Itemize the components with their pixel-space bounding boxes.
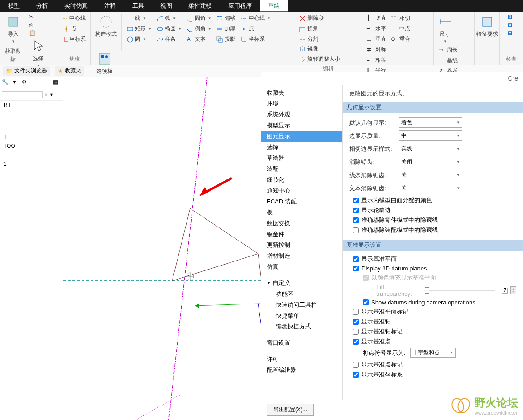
- close-icon[interactable]: ×: [44, 92, 48, 98]
- datum-axis-checkbox[interactable]: [353, 319, 359, 325]
- rotate-button[interactable]: 旋转调整大小: [297, 54, 359, 64]
- point-button[interactable]: 点: [61, 24, 87, 34]
- spline-button[interactable]: 样条: [154, 34, 183, 44]
- line-button[interactable]: 线▼: [125, 14, 154, 23]
- sketch-point-button[interactable]: 点: [238, 24, 273, 34]
- silhouette-checkbox[interactable]: [353, 208, 359, 213]
- transparency-slider[interactable]: [426, 290, 495, 291]
- nav-item[interactable]: 更新控制: [261, 240, 342, 251]
- tab-tools[interactable]: 工具: [124, 0, 152, 12]
- nav-item[interactable]: 选择: [261, 142, 342, 153]
- vertical-button[interactable]: ┃竖直: [365, 14, 388, 23]
- tree-settings-icon[interactable]: ⚙: [22, 79, 30, 87]
- datum-point-checkbox[interactable]: [353, 339, 359, 345]
- horizontal-button[interactable]: ━水平: [365, 24, 388, 34]
- surface-color-checkbox[interactable]: [353, 198, 359, 203]
- tree-item[interactable]: TOO: [0, 141, 63, 150]
- nav-item[interactable]: 草绘器: [261, 153, 342, 164]
- nav-item[interactable]: 数据交换: [261, 218, 342, 229]
- nav-item[interactable]: 增材制造: [261, 251, 342, 261]
- datum-plane-tag-checkbox[interactable]: [353, 309, 359, 315]
- nav-item[interactable]: 仿真: [261, 261, 342, 272]
- nav-item[interactable]: 收藏夹: [261, 87, 342, 98]
- symmetric-button[interactable]: ⇄对称: [365, 45, 388, 54]
- sketch-centerline-button[interactable]: 中心线▼: [238, 14, 273, 23]
- folder-browser-tab[interactable]: 📁 文件夹浏览器: [3, 66, 50, 76]
- tab-sketch[interactable]: 草绘: [260, 0, 288, 12]
- datum-point-tag-checkbox[interactable]: [353, 362, 359, 368]
- equal-button[interactable]: =相等: [365, 55, 388, 65]
- nav-sub-item[interactable]: 快捷菜单: [261, 310, 342, 321]
- nav-sub-item[interactable]: 键盘快捷方式: [261, 321, 342, 332]
- tangent-edge-select[interactable]: 实线▼: [399, 144, 462, 154]
- display-3d-datum-checkbox[interactable]: [353, 266, 359, 271]
- nav-item[interactable]: 配置编辑器: [261, 365, 342, 376]
- point-symbol-select[interactable]: 十字型和点▼: [410, 348, 456, 358]
- centerline-button[interactable]: 中心线: [61, 14, 87, 23]
- tab-annotate[interactable]: 注释: [96, 0, 124, 12]
- nav-sub-item[interactable]: 功能区: [261, 289, 342, 299]
- tree-tool-icon[interactable]: 🔧: [2, 79, 10, 87]
- nav-item-entity-display[interactable]: 图元显示: [261, 131, 342, 142]
- coincident-button[interactable]: ⊙重合: [389, 34, 412, 44]
- select-button[interactable]: 选择 ▼: [29, 38, 47, 69]
- corner-button[interactable]: 拐角: [297, 24, 359, 34]
- feature-req-button[interactable]: 特征要求: [477, 14, 497, 39]
- offset-button[interactable]: 偏移: [214, 14, 237, 23]
- palette-button[interactable]: 选项板: [93, 51, 116, 76]
- cut-icon[interactable]: ✂: [29, 14, 36, 21]
- perimeter-button[interactable]: ▭周长: [437, 45, 460, 55]
- nav-item[interactable]: ECAD 装配: [261, 196, 342, 207]
- chevron-down-icon[interactable]: ▼: [49, 92, 53, 97]
- spinner-buttons[interactable]: ▲▼: [510, 286, 516, 294]
- perp-button[interactable]: ⊥垂直: [365, 34, 388, 44]
- sketch-csys-button[interactable]: 坐标系: [238, 34, 273, 44]
- arc-button[interactable]: 弧▼: [154, 14, 183, 23]
- nav-item[interactable]: 许可: [261, 354, 342, 365]
- paste-icon[interactable]: 📋: [29, 30, 36, 37]
- tree-grid-icon[interactable]: ▦: [53, 79, 61, 87]
- tab-realtime[interactable]: 实时仿真: [56, 0, 96, 12]
- export-config-button[interactable]: 导出配置(X)...: [267, 404, 314, 416]
- show-datums-camera-checkbox[interactable]: [363, 299, 369, 305]
- construct-button[interactable]: 构造模式: [93, 14, 119, 50]
- nav-item[interactable]: 通知中心: [261, 185, 342, 196]
- hidden-asm-checkbox[interactable]: [353, 227, 359, 233]
- check-icon3[interactable]: ⊟: [508, 30, 515, 37]
- check-icon2[interactable]: ⊡: [508, 22, 515, 29]
- nav-sub-item[interactable]: 快速访问工具栏: [261, 299, 342, 310]
- show-datum-plane-checkbox[interactable]: [353, 256, 359, 262]
- datum-csys-checkbox[interactable]: [353, 372, 359, 378]
- dim-button[interactable]: 尺寸 ▼: [437, 14, 453, 44]
- import-button[interactable]: 导入 ▼: [3, 14, 23, 44]
- text-button[interactable]: A文本: [184, 34, 213, 44]
- geom-display-select[interactable]: 着色▼: [399, 117, 462, 128]
- text-aa-select[interactable]: 关▼: [399, 183, 462, 193]
- tab-flex[interactable]: 柔性建模: [180, 0, 220, 12]
- delseg-button[interactable]: 删除段: [297, 14, 359, 23]
- transparency-input[interactable]: [502, 288, 508, 294]
- check-icon[interactable]: ⊞: [508, 14, 515, 21]
- tree-search-input[interactable]: [2, 91, 43, 98]
- nav-item[interactable]: 板: [261, 207, 342, 218]
- fillet-button[interactable]: 圆角▼: [184, 14, 213, 23]
- datum-axis-tag-checkbox[interactable]: [353, 329, 359, 335]
- hidden-part-checkbox[interactable]: [353, 217, 359, 223]
- nav-item[interactable]: 窗口设置: [261, 338, 342, 348]
- split-button[interactable]: 分割: [297, 34, 359, 44]
- favorites-tab[interactable]: ★ 收藏夹: [55, 66, 84, 76]
- antialias-select[interactable]: 关闭▼: [399, 157, 462, 167]
- nav-item[interactable]: 细节化: [261, 174, 342, 185]
- nav-item[interactable]: 环境: [261, 98, 342, 109]
- baseline-button[interactable]: ⊢基线: [437, 56, 460, 65]
- tree-filter-icon[interactable]: ▼: [12, 79, 20, 87]
- rect-button[interactable]: 矩形▼: [125, 24, 154, 34]
- nav-item[interactable]: 装配: [261, 164, 342, 174]
- csys-button[interactable]: 坐标系: [61, 34, 87, 44]
- tab-model[interactable]: 模型: [0, 0, 28, 12]
- chamfer-button[interactable]: 倒角▼: [184, 24, 213, 34]
- line-aa-select[interactable]: 关▼: [399, 170, 462, 180]
- nav-custom-header[interactable]: ▼自定义: [261, 278, 342, 289]
- nav-item[interactable]: 模型显示: [261, 120, 342, 131]
- tab-app[interactable]: 应用程序: [220, 0, 260, 12]
